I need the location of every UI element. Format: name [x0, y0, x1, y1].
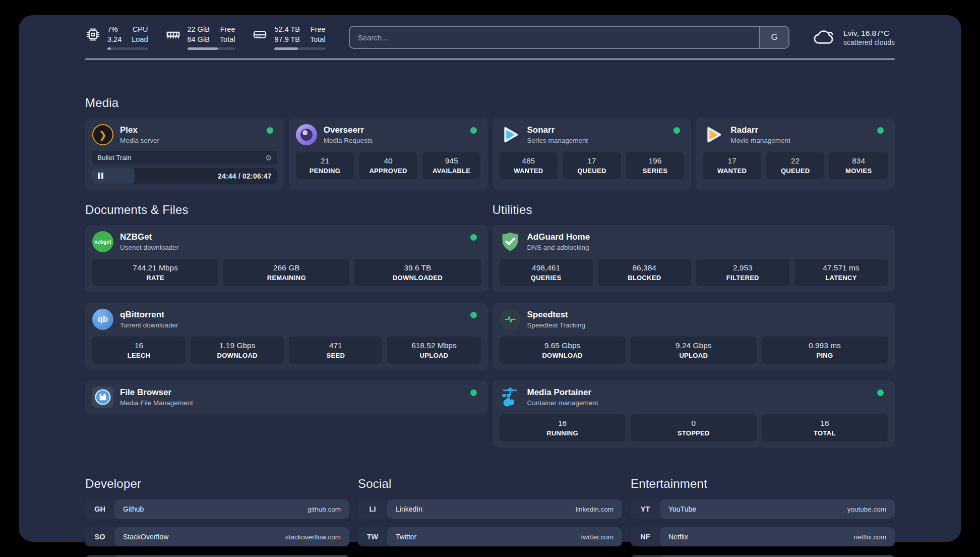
stat-tile: 485WANTED	[500, 152, 558, 179]
link-row-netflix[interactable]: NF Netflixnetflix.com	[631, 527, 895, 546]
link-url: netflix.com	[853, 533, 886, 541]
app-title: File Browser	[120, 387, 193, 398]
status-dot	[877, 389, 884, 396]
link-name: YouTube	[668, 505, 696, 513]
memory-free-value: 22 GiB	[188, 25, 210, 34]
app-card-filebrowser[interactable]: File Browser Media File Management	[85, 380, 488, 414]
app-card-radarr[interactable]: Radarr Movie management 17WANTED 22QUEUE…	[696, 118, 895, 190]
link-name: Twitter	[396, 533, 416, 541]
app-title: Plex	[120, 125, 159, 135]
stat-tile: 744.21 MbpsRATE	[92, 259, 218, 286]
app-subtitle: Container management	[527, 399, 598, 407]
stat-tile: 945AVAILABLE	[422, 152, 481, 179]
pause-icon[interactable]	[98, 173, 100, 179]
cpu-progress-bar	[107, 47, 148, 50]
cpu-stat: 7% 3.24 CPU Load	[85, 25, 148, 49]
app-subtitle: Media server	[120, 137, 159, 144]
portainer-icon	[500, 386, 521, 408]
link-row-dev[interactable]: DT DEVdev.to	[85, 555, 349, 557]
search-input[interactable]	[350, 27, 759, 48]
top-bar: 7% 3.24 CPU Load	[85, 24, 895, 50]
memory-free-label: Free	[220, 25, 235, 34]
header-divider	[85, 59, 895, 60]
cloud-icon	[813, 28, 836, 46]
section-title-entertainment: Entertainment	[631, 477, 895, 491]
section-developer: Developer GH Githubgithub.com SO StackOv…	[85, 477, 349, 557]
link-row-stackoverflow[interactable]: SO StackOverflowstackoverflow.com	[85, 527, 349, 546]
app-subtitle: Speedtest Tracking	[527, 321, 586, 329]
playback-progress-fill	[92, 168, 135, 184]
link-row-github[interactable]: GH Githubgithub.com	[85, 499, 349, 519]
status-dot	[673, 127, 680, 134]
storage-free-label: Free	[310, 25, 326, 34]
section-title-utilities: Utilities	[493, 203, 895, 217]
speedtest-icon	[500, 309, 521, 330]
link-row-reddit[interactable]: RE Redditreddit.com	[631, 555, 895, 557]
stat-tile: 86,384BLOCKED	[598, 259, 691, 286]
status-dot	[470, 127, 477, 134]
stat-tile: 22QUEUED	[766, 152, 825, 179]
stat-tile: 618.52 MbpsUPLOAD	[387, 337, 480, 364]
stat-tile: 498,461QUERIES	[500, 259, 593, 286]
now-playing-title: Bullet Train	[97, 154, 132, 161]
memory-total-label: Total	[220, 35, 235, 44]
stat-tile: 196SERIES	[626, 152, 685, 179]
storage-icon	[252, 27, 268, 42]
link-abbr: SO	[85, 527, 114, 546]
app-card-adguard[interactable]: AdGuard Home DNS and adblocking 498,461Q…	[493, 225, 895, 292]
app-title: Media Portainer	[527, 387, 598, 398]
app-card-overseerr[interactable]: Overseerr Media Requests 21PENDING 40APP…	[289, 118, 488, 190]
app-card-plex[interactable]: ❯ Plex Media server Bullet Train ⚙ 24:44…	[85, 118, 284, 190]
section-title-social: Social	[358, 477, 622, 491]
link-url: twitter.com	[581, 533, 614, 541]
app-title: NZBGet	[120, 232, 178, 242]
link-abbr: RE	[631, 555, 660, 557]
app-subtitle: DNS and adblocking	[527, 244, 590, 251]
storage-total-value: 97.9 TB	[274, 35, 300, 44]
storage-progress-bar	[274, 47, 325, 50]
section-title-documents: Documents & Files	[85, 203, 488, 217]
stat-tile: 266 GBREMAINING	[223, 259, 349, 286]
stat-tile: 16RUNNING	[500, 414, 626, 441]
storage-total-label: Total	[310, 35, 326, 44]
app-subtitle: Media Requests	[324, 137, 373, 144]
overseerr-icon	[296, 124, 317, 145]
nzbget-icon: nzbget	[92, 231, 113, 252]
stat-tile: 2,953FILTERED	[696, 259, 789, 286]
section-media: Media ❯ Plex Media server Bullet Train ⚙	[85, 96, 895, 190]
cpu-load-value: 3.24	[107, 35, 121, 44]
app-title: Overseerr	[324, 125, 373, 135]
session-settings-icon[interactable]: ⚙	[265, 154, 272, 161]
stat-tile: 9.65 GbpsDOWNLOAD	[500, 337, 626, 364]
playback-progress-bar[interactable]: 24:44 / 02:06:47	[92, 168, 277, 184]
stat-tile: 21PENDING	[296, 152, 354, 179]
link-row-twitter[interactable]: TW Twittertwitter.com	[358, 527, 622, 546]
app-card-nzbget[interactable]: nzbget NZBGet Usenet downloader 744.21 M…	[85, 225, 488, 292]
stat-tile: 40APPROVED	[359, 152, 417, 179]
app-card-portainer[interactable]: Media Portainer Container management 16R…	[493, 380, 895, 448]
link-abbr: NF	[631, 527, 660, 546]
link-row-youtube[interactable]: YT YouTubeyoutube.com	[631, 499, 895, 519]
filebrowser-icon	[92, 386, 113, 408]
weather-location: Lviv, 16.87°C	[843, 28, 895, 39]
link-row-linkedin[interactable]: LI LinkedInlinkedin.com	[358, 499, 622, 519]
app-title: Speedtest	[527, 310, 586, 320]
stat-tile: 17WANTED	[703, 152, 761, 179]
status-dot	[470, 312, 477, 318]
app-title: qBittorrent	[120, 310, 178, 320]
memory-icon	[165, 27, 181, 42]
search-engine-button[interactable]: G	[759, 27, 788, 48]
link-abbr: LI	[358, 499, 387, 519]
cpu-load-label: Load	[132, 35, 148, 44]
app-card-speedtest[interactable]: Speedtest Speedtest Tracking 9.65 GbpsDO…	[493, 303, 895, 370]
qbittorrent-icon: qb	[92, 309, 113, 330]
stat-tile: 0STOPPED	[631, 414, 757, 441]
app-subtitle: Series management	[527, 137, 588, 144]
app-card-sonarr[interactable]: Sonarr Series management 485WANTED 17QUE…	[493, 118, 692, 190]
app-card-qbittorrent[interactable]: qb qBittorrent Torrent downloader 16LEEC…	[85, 303, 488, 370]
playback-time: 24:44 / 02:06:47	[218, 168, 272, 184]
link-name: Netflix	[668, 533, 688, 541]
app-subtitle: Movie management	[730, 137, 790, 144]
link-abbr: TW	[358, 527, 387, 546]
sonarr-icon	[500, 124, 521, 145]
